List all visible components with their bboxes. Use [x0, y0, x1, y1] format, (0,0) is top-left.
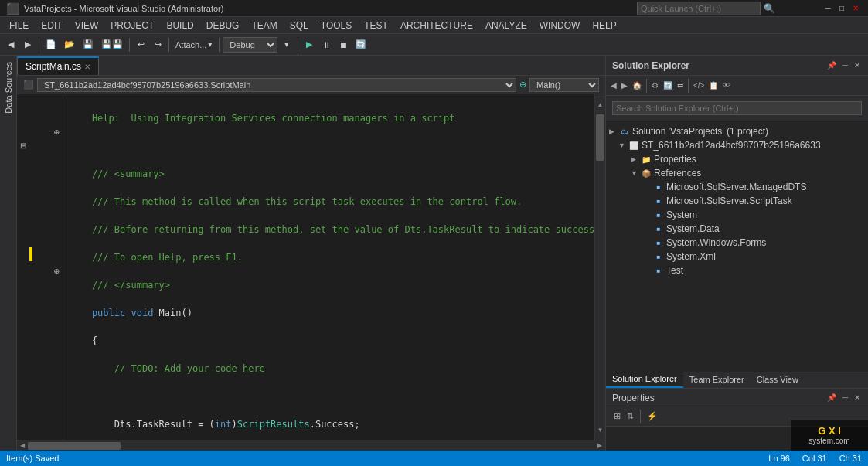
tree-references[interactable]: ▼ 📦 References [606, 166, 868, 180]
pause-button[interactable]: ⏸ [318, 36, 334, 53]
stop-button[interactable]: ⏹ [335, 36, 351, 53]
se-back-btn[interactable]: ◀ [609, 80, 618, 90]
horizontal-scrollbar[interactable]: ◀ ▶ [17, 440, 605, 451]
quick-launch-area: 🔍 [637, 2, 775, 15]
attach-button[interactable]: Attach... ▾ [172, 36, 216, 53]
tree-ref-scripttask[interactable]: ■ Microsoft.SqlServer.ScriptTask [606, 194, 868, 208]
references-folder-icon: 📦 [640, 168, 652, 179]
menu-analyze[interactable]: ANALYZE [479, 17, 533, 33]
scroll-up-icon[interactable]: ▲ [597, 101, 604, 108]
forward-button[interactable]: ▶ [20, 36, 36, 53]
menu-project[interactable]: PROJECT [104, 17, 160, 33]
tree-ref-systemwinforms[interactable]: ■ System.Windows.Forms [606, 236, 868, 250]
se-refresh-btn[interactable]: 🔄 [662, 80, 674, 90]
se-code-btn[interactable]: </> [692, 80, 706, 90]
props-alphabetical-btn[interactable]: ⇅ [625, 410, 635, 422]
save-all-button[interactable]: 💾💾 [98, 36, 126, 53]
status-col: Col 31 [802, 454, 827, 463]
menu-window[interactable]: WINDOW [533, 17, 587, 33]
tree-ref-manageddts[interactable]: ■ Microsoft.SqlServer.ManagedDTS [606, 180, 868, 194]
filepath-selector[interactable]: ST_6611b2ad12ad4bcf98707b25196a6633.Scri… [37, 78, 516, 92]
tree-project[interactable]: ▼ ⬜ ST_6611b2ad12ad4bcf98707b25196a6633 [606, 138, 868, 152]
se-sync-btn[interactable]: ⇄ [676, 80, 685, 90]
restart-button[interactable]: 🔄 [352, 36, 369, 53]
menu-help[interactable]: HELP [586, 17, 622, 33]
menu-view[interactable]: VIEW [69, 17, 105, 33]
se-fwd-btn[interactable]: ▶ [620, 80, 629, 90]
code-line-brace-open: { [70, 334, 588, 348]
tab-scriptmain[interactable]: ScriptMain.cs ✕ [17, 56, 99, 75]
se-view-btn[interactable]: 👁 [721, 80, 732, 90]
vertical-scrollbar[interactable]: ▲ ▼ [594, 94, 605, 440]
code-line-todo: // TODO: Add your code here [70, 362, 588, 376]
tree-ref-system[interactable]: ■ System [606, 208, 868, 222]
menu-sql[interactable]: SQL [284, 17, 315, 33]
code-editor[interactable]: ⊟ ⊕ ⊕ Help: Using Integrat [17, 94, 605, 440]
menu-tools[interactable]: TOOLS [315, 17, 358, 33]
data-sources-label[interactable]: Data Sources [2, 59, 15, 117]
minimize-button[interactable]: ─ [822, 2, 834, 15]
dropdown-arrow-icon[interactable]: ▾ [279, 36, 294, 53]
start-button[interactable]: ▶ [301, 36, 317, 53]
save-button[interactable]: 💾 [80, 36, 97, 53]
new-file-button[interactable]: 📄 [43, 36, 60, 53]
toolbar: ◀ ▶ 📄 📂 💾 💾💾 ↩ ↪ Attach... ▾ Debug Relea… [0, 34, 868, 56]
code-line-summary-body1: /// This method is called when this scri… [70, 195, 588, 209]
close-button[interactable]: ✕ [849, 2, 862, 15]
debug-mode-selector[interactable]: Debug Release [223, 37, 277, 53]
se-settings-btn[interactable]: ⚙ [650, 80, 660, 90]
tree-label-test: Test [666, 265, 683, 276]
menu-team[interactable]: TEAM [245, 17, 283, 33]
redo-button[interactable]: ↪ [150, 36, 165, 53]
tree-ref-systemxml[interactable]: ■ System.Xml [606, 250, 868, 264]
tab-label: ScriptMain.cs [26, 61, 81, 72]
props-categorized-btn[interactable]: ⊞ [612, 410, 622, 422]
method-selector[interactable]: Main() [529, 78, 599, 92]
props-events-btn[interactable]: ⚡ [645, 410, 659, 422]
se-pin-button[interactable]: 📌 [825, 60, 838, 70]
tree-arrow-references: ▼ [631, 169, 640, 177]
se-minimize-button[interactable]: ─ [841, 60, 849, 70]
props-close-button[interactable]: ✕ [853, 393, 862, 403]
maximize-button[interactable]: □ [836, 2, 848, 15]
se-close-button[interactable]: ✕ [853, 60, 862, 70]
se-home-btn[interactable]: 🏠 [631, 80, 643, 90]
solution-explorer-panel: Solution Explorer 📌 ─ ✕ ◀ ▶ 🏠 ⚙ 🔄 ⇄ </> … [605, 56, 868, 451]
menu-architecture[interactable]: ARCHITECTURE [394, 17, 479, 33]
se-sep1 [646, 79, 647, 93]
props-header: Properties 📌 ─ ✕ [606, 389, 868, 406]
menu-file[interactable]: FILE [3, 17, 35, 33]
props-pin-button[interactable]: 📌 [825, 393, 838, 403]
se-controls: 📌 ─ ✕ [825, 60, 862, 70]
tree-ref-test[interactable]: ■ Test [606, 264, 868, 277]
code-line-blank2 [70, 389, 588, 403]
code-content[interactable]: Help: Using Integration Services connect… [63, 94, 594, 440]
menu-edit[interactable]: EDIT [35, 17, 68, 33]
scroll-right-icon[interactable]: ▶ [594, 440, 605, 451]
h-scroll-thumb[interactable] [28, 442, 121, 450]
undo-button[interactable]: ↩ [133, 36, 148, 53]
se-props-btn[interactable]: 📋 [707, 80, 720, 90]
se-tab-class-view[interactable]: Class View [751, 371, 805, 388]
props-minimize-button[interactable]: ─ [841, 393, 849, 403]
scroll-thumb[interactable] [596, 114, 604, 161]
back-button[interactable]: ◀ [3, 36, 19, 53]
menu-build[interactable]: BUILD [160, 17, 199, 33]
se-tab-team-explorer[interactable]: Team Explorer [683, 371, 751, 388]
quick-launch-input[interactable] [637, 2, 761, 15]
scroll-down-icon[interactable]: ▼ [597, 427, 604, 434]
se-search-input[interactable] [612, 101, 862, 115]
tree-ref-systemdata[interactable]: ■ System.Data [606, 222, 868, 236]
tree-properties[interactable]: ▶ 📁 Properties [606, 152, 868, 166]
code-line-summary-open: /// <summary> [70, 167, 588, 181]
menu-test[interactable]: TEST [358, 17, 394, 33]
tree-solution[interactable]: ▶ 🗂 Solution 'VstaProjects' (1 project) [606, 124, 868, 138]
tree-arrow-project: ▼ [618, 141, 628, 149]
menu-debug[interactable]: DEBUG [200, 17, 246, 33]
toolbar-sep-3 [168, 38, 169, 52]
open-button[interactable]: 📂 [61, 36, 78, 53]
tab-close-icon[interactable]: ✕ [84, 63, 90, 71]
se-tab-solution-explorer[interactable]: Solution Explorer [606, 371, 683, 388]
fold-icon-summary[interactable]: ⊟ [17, 139, 29, 153]
scroll-left-icon[interactable]: ◀ [17, 440, 28, 451]
